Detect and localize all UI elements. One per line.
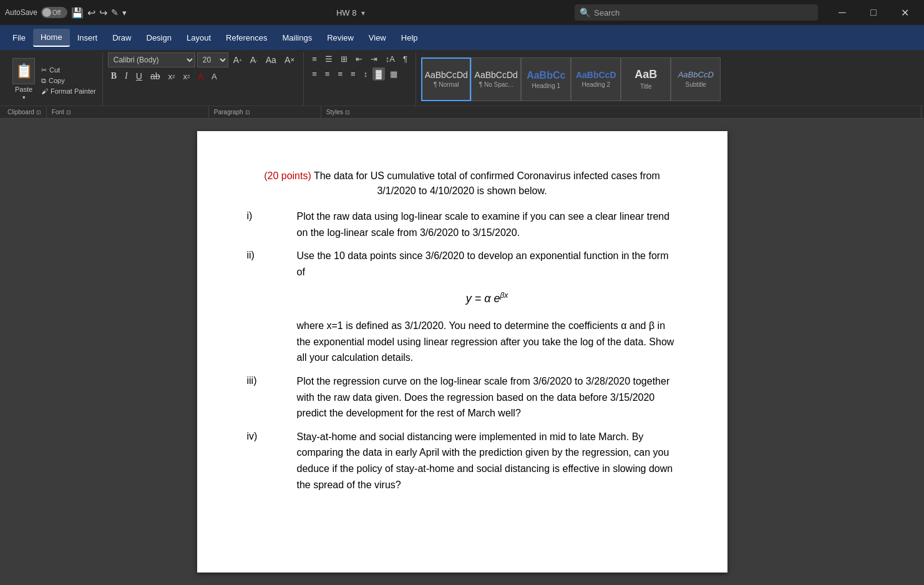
styles-group-label[interactable]: Styles ⊡ <box>321 106 922 118</box>
autosave-state: Off <box>52 9 61 16</box>
copy-icon: ⧉ <box>41 77 46 85</box>
clipboard-expand-icon[interactable]: ⊡ <box>36 109 41 116</box>
label-iii: iii) <box>247 373 297 421</box>
font-expand-icon[interactable]: ⊡ <box>66 109 71 116</box>
menu-design[interactable]: Design <box>139 29 179 46</box>
menu-home[interactable]: Home <box>33 29 70 47</box>
paragraph-group-label[interactable]: Paragraph ⊡ <box>209 106 321 118</box>
list-item-iii: iii) Plot the regression curve on the lo… <box>247 373 678 421</box>
ribbon-content: 📋 Paste ▾ ✂ Cut ⧉ Copy 🖌 Format Painter <box>0 50 924 106</box>
autosave-toggle[interactable]: Off <box>41 7 67 18</box>
decrease-indent-button[interactable]: ⇤ <box>353 52 366 66</box>
menu-view[interactable]: View <box>361 29 394 46</box>
style-normal-label: ¶ Normal <box>434 81 459 88</box>
font-row-1: Calibri (Body) 20 8101214161824 A+ A- Aa… <box>108 52 299 67</box>
shrink-font-button[interactable]: A- <box>247 53 261 67</box>
font-group: Calibri (Body) 20 8101214161824 A+ A- Aa… <box>103 52 304 106</box>
undo-icon[interactable]: ↩ <box>87 7 95 19</box>
paste-label: Paste <box>15 86 32 93</box>
bullets-button[interactable]: ≡ <box>309 52 320 66</box>
align-center-button[interactable]: ≡ <box>322 67 333 81</box>
justify-button[interactable]: ≡ <box>348 67 359 81</box>
font-group-label[interactable]: Font ⊡ <box>47 106 209 118</box>
minimize-button[interactable]: ─ <box>828 0 857 25</box>
ribbon: 📋 Paste ▾ ✂ Cut ⧉ Copy 🖌 Format Painter <box>0 50 924 119</box>
quick-access-icon[interactable]: ▾ <box>122 8 127 17</box>
bold-button[interactable]: B <box>108 69 120 83</box>
style-subtitle[interactable]: AaBbCcD Subtitle <box>671 57 721 101</box>
paste-dropdown[interactable]: ▾ <box>22 94 26 101</box>
points-text: (20 points) <box>264 170 311 181</box>
line-spacing-button[interactable]: ↕ <box>361 67 371 81</box>
menu-review[interactable]: Review <box>319 29 361 46</box>
menu-draw[interactable]: Draw <box>105 29 139 46</box>
highlight-button[interactable]: A <box>208 70 220 83</box>
paste-button[interactable]: 📋 Paste ▾ <box>7 56 40 103</box>
clipboard-group-label[interactable]: Clipboard ⊡ <box>2 106 47 118</box>
format-painter-button[interactable]: 🖌 Format Painter <box>40 87 97 96</box>
question-header: (20 points) The data for US cumulative t… <box>247 169 678 199</box>
menu-layout[interactable]: Layout <box>179 29 218 46</box>
close-button[interactable]: ✕ <box>890 0 919 25</box>
align-right-button[interactable]: ≡ <box>334 67 346 81</box>
search-bar[interactable]: 🔍 Search <box>575 4 818 21</box>
font-size-select[interactable]: 20 8101214161824 <box>197 52 228 67</box>
copy-label: Copy <box>49 77 65 84</box>
menu-file[interactable]: File <box>5 29 33 46</box>
shading-button[interactable]: ▓ <box>372 67 384 81</box>
auto-icon[interactable]: ✎ <box>111 7 119 17</box>
numbering-button[interactable]: ☰ <box>322 52 336 66</box>
ribbon-bottom: Clipboard ⊡ Font ⊡ Paragraph ⊡ Styles ⊡ <box>0 106 924 118</box>
style-subtitle-preview: AaBbCcD <box>678 70 714 80</box>
increase-indent-button[interactable]: ⇥ <box>367 52 381 66</box>
styles-group: AaBbCcDd ¶ Normal AaBbCcDd ¶ No Spac... … <box>416 52 922 106</box>
sort-button[interactable]: ↕A <box>382 52 398 66</box>
content-iii: Plot the regression curve on the log-lin… <box>297 373 678 421</box>
subscript-button[interactable]: x2 <box>165 70 178 83</box>
clipboard-group: 📋 Paste ▾ ✂ Cut ⧉ Copy 🖌 Format Painter <box>2 52 103 106</box>
dropdown-arrow[interactable]: ▾ <box>361 9 365 17</box>
font-name-select[interactable]: Calibri (Body) <box>108 52 195 67</box>
style-title[interactable]: AaB Title <box>621 57 671 101</box>
underline-button[interactable]: U <box>133 69 145 83</box>
strikethrough-button[interactable]: ab <box>147 69 163 83</box>
show-marks-button[interactable]: ¶ <box>400 52 411 66</box>
copy-button[interactable]: ⧉ Copy <box>40 76 97 86</box>
styles-expand-icon[interactable]: ⊡ <box>345 109 350 116</box>
document-page[interactable]: (20 points) The data for US cumulative t… <box>197 131 727 573</box>
style-heading2[interactable]: AaBbCcD Heading 2 <box>571 57 621 101</box>
italic-button[interactable]: I <box>122 69 131 83</box>
grow-font-button[interactable]: A+ <box>230 53 245 67</box>
label-ii: ii) <box>247 248 297 366</box>
borders-button[interactable]: ▦ <box>387 67 401 81</box>
style-no-space[interactable]: AaBbCcDd ¶ No Spac... <box>471 57 521 101</box>
save-icon[interactable]: 💾 <box>71 7 84 19</box>
style-normal[interactable]: AaBbCcDd ¶ Normal <box>421 57 471 101</box>
paragraph-row-1: ≡ ☰ ⊞ ⇤ ⇥ ↕A ¶ <box>309 52 411 66</box>
content-iv: Stay-at-home and social distancing were … <box>297 429 678 493</box>
redo-icon[interactable]: ↪ <box>99 7 107 19</box>
paragraph-expand-icon[interactable]: ⊡ <box>245 109 250 116</box>
menu-references[interactable]: References <box>218 29 275 46</box>
menu-help[interactable]: Help <box>394 29 426 46</box>
list-item-i: i) Plot the raw data using log-linear sc… <box>247 209 678 240</box>
multilevel-button[interactable]: ⊞ <box>338 52 351 66</box>
style-h2-label: Heading 2 <box>581 81 610 88</box>
paragraph-row-2: ≡ ≡ ≡ ≡ ↕ ▓ ▦ <box>309 67 400 81</box>
clear-format-button[interactable]: A✕ <box>281 53 298 67</box>
autosave-label: AutoSave <box>5 8 37 17</box>
align-left-button[interactable]: ≡ <box>309 67 320 81</box>
menu-mailings[interactable]: Mailings <box>275 29 320 46</box>
style-normal-preview: AaBbCcDd <box>425 70 468 81</box>
superscript-button[interactable]: x2 <box>180 70 193 83</box>
maximize-button[interactable]: □ <box>859 0 888 25</box>
cut-button[interactable]: ✂ Cut <box>40 66 97 75</box>
change-case-button[interactable]: Aa <box>263 53 280 67</box>
style-nospace-label: ¶ No Spac... <box>479 81 513 88</box>
style-heading1[interactable]: AaBbCc Heading 1 <box>521 57 571 101</box>
format-painter-icon: 🖌 <box>41 87 48 95</box>
menu-insert[interactable]: Insert <box>70 29 105 46</box>
font-color-button[interactable]: A <box>195 70 207 83</box>
equation-block: y = α eβx <box>297 290 678 308</box>
style-h2-preview: AaBbCcD <box>576 70 616 81</box>
